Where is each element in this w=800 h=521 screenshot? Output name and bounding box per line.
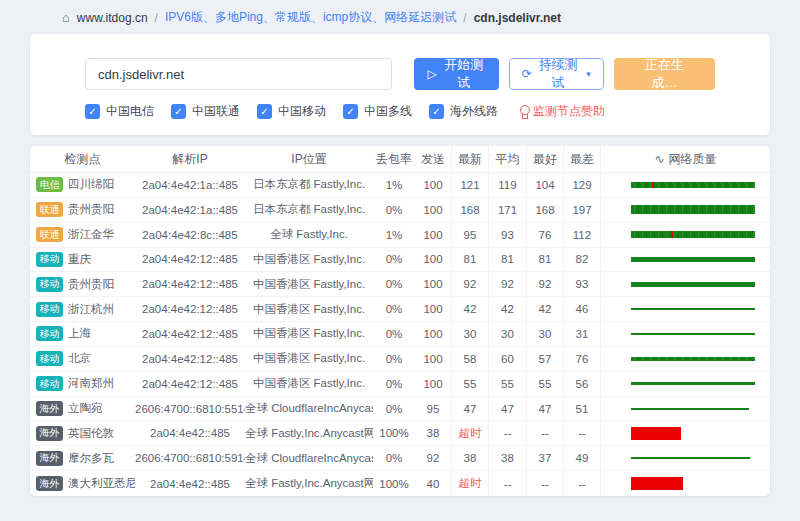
sent-cell: 100 [415,179,451,191]
network-quality-chart [631,427,755,440]
sent-cell: 100 [415,253,451,265]
header-sent: 发送 [415,151,451,168]
worst-cell: 93 [563,272,601,296]
line-filter-checkbox-0[interactable]: ✓中国电信 [85,103,154,120]
quality-band [631,257,755,262]
best-cell: 76 [526,223,563,247]
packet-loss-cell: 100% [373,478,415,490]
average-cell: -- [488,421,526,445]
header-worst: 最差 [563,146,601,172]
node-location: 澳大利亚悉尼 [68,476,135,491]
node-location: 摩尔多瓦 [68,451,114,466]
carrier-badge: 移动 [36,277,63,292]
table-row: 海外英国伦敦2a04:4e42::485全球 Fastly,Inc.Anycas… [30,421,770,446]
carrier-badge: 移动 [36,351,63,366]
network-quality-chart [631,182,755,188]
network-quality-cell [601,408,770,410]
ip-location-cell: 全球 CloudflareIncAnycast网段 [245,451,373,466]
packet-loss-cell: 0% [373,303,415,315]
pulse-icon: ∿ [654,152,664,166]
packet-loss-cell: 0% [373,253,415,265]
results-table: 检测点 解析IP IP位置 丢包率 发送 最新 平均 最好 最差 ∿ 网络质量 … [30,146,770,496]
network-quality-chart [631,357,755,361]
latest-cell: 92 [451,272,488,296]
start-test-button[interactable]: ▷ 开始测试 [414,58,498,90]
packet-loss-cell: 0% [373,452,415,464]
average-cell: 92 [488,272,526,296]
ip-location-cell: 全球 Fastly,Inc.Anycast网段 [245,426,373,441]
continuous-test-button[interactable]: ⟳ 持续测试 ▾ [509,58,604,90]
worst-cell: 31 [563,322,601,346]
carrier-badge: 移动 [36,376,63,391]
node-cell: 海外澳大利亚悉尼 [30,476,135,491]
latest-cell: 42 [451,297,488,321]
table-row: 海外摩尔多瓦2606:4700::6810:5914全球 CloudflareI… [30,446,770,471]
quality-band [631,308,755,310]
resolved-ip-cell: 2a04:4e42:12::485 [135,328,245,340]
network-quality-cell [601,427,770,440]
sponsor-link[interactable]: 监测节点赞助 [519,103,605,120]
network-quality-chart [631,457,755,459]
node-cell: 移动贵州贵阳 [30,277,135,292]
worst-cell: 82 [563,248,601,272]
worst-cell: 46 [563,297,601,321]
sent-cell: 92 [415,452,451,464]
latest-cell: 超时 [451,471,488,496]
worst-cell: 197 [563,198,601,222]
results-table-body: 电信四川绵阳2a04:4e42:1a::485日本东京都 Fastly,Inc.… [30,173,770,496]
network-quality-cell [601,357,770,361]
breadcrumb-section-link[interactable]: IPV6版、多地Ping、常规版、icmp协议、网络延迟测试 [165,9,456,26]
node-cell: 移动北京 [30,351,135,366]
line-filter-checkbox-3[interactable]: ✓中国多线 [343,103,412,120]
ip-location-cell: 日本东京都 Fastly,Inc. [245,202,373,217]
timeout-block [631,477,683,490]
lightbulb-icon [519,105,529,119]
header-ip-location: IP位置 [245,151,373,168]
line-filter-checkbox-4[interactable]: ✓海外线路 [429,103,498,120]
latest-cell: 168 [451,198,488,222]
latency-spike [652,182,654,188]
line-filter-checkbox-1[interactable]: ✓中国联通 [171,103,240,120]
node-cell: 联通浙江金华 [30,227,135,242]
best-cell: 104 [526,173,563,197]
table-row: 移动河南郑州2a04:4e42:12::485中国香港区 Fastly,Inc.… [30,372,770,397]
generating-button[interactable]: 正在生成… [614,58,715,90]
continuous-test-label: 持续测试 [537,56,580,92]
latest-cell: 58 [451,347,488,371]
resolved-ip-cell: 2a04:4e42:12::485 [135,378,245,390]
checkbox-checked-icon: ✓ [429,104,444,119]
packet-loss-cell: 0% [373,353,415,365]
sent-cell: 95 [415,403,451,415]
table-row: 移动浙江杭州2a04:4e42:12::485中国香港区 Fastly,Inc.… [30,297,770,322]
sponsor-link-label: 监测节点赞助 [533,103,605,120]
average-cell: 119 [488,173,526,197]
resolved-ip-cell: 2a04:4e42:12::485 [135,253,245,265]
best-cell: 30 [526,322,563,346]
header-packet-loss: 丢包率 [373,151,415,168]
network-quality-chart [631,408,755,410]
table-row: 海外澳大利亚悉尼2a04:4e42::485全球 Fastly,Inc.Anyc… [30,471,770,496]
best-cell: -- [526,471,563,496]
carrier-badge: 海外 [36,451,63,466]
breadcrumb-separator: / [155,11,158,25]
line-filter-checkbox-2[interactable]: ✓中国移动 [257,103,326,120]
network-quality-cell [601,457,770,459]
breadcrumb-site-link[interactable]: www.itdog.cn [77,11,148,25]
resolved-ip-cell: 2a04:4e42::485 [135,478,245,490]
generating-label: 正在生成… [636,56,693,92]
target-host-input[interactable] [85,58,392,90]
latest-cell: 95 [451,223,488,247]
node-cell: 海外摩尔多瓦 [30,451,135,466]
test-input-row: ▷ 开始测试 ⟳ 持续测试 ▾ 正在生成… [85,58,715,90]
table-row: 联通浙江金华2a04:4e42:8c::485全球 Fastly,Inc.1%1… [30,223,770,248]
average-cell: 47 [488,397,526,421]
checkbox-checked-icon: ✓ [257,104,272,119]
header-resolved-ip: 解析IP [135,151,245,168]
sent-cell: 100 [415,278,451,290]
latest-cell: 121 [451,173,488,197]
quality-band [631,231,755,238]
node-cell: 海外立陶宛 [30,401,135,416]
node-location: 浙江金华 [68,227,114,242]
node-cell: 移动重庆 [30,252,135,267]
average-cell: 93 [488,223,526,247]
